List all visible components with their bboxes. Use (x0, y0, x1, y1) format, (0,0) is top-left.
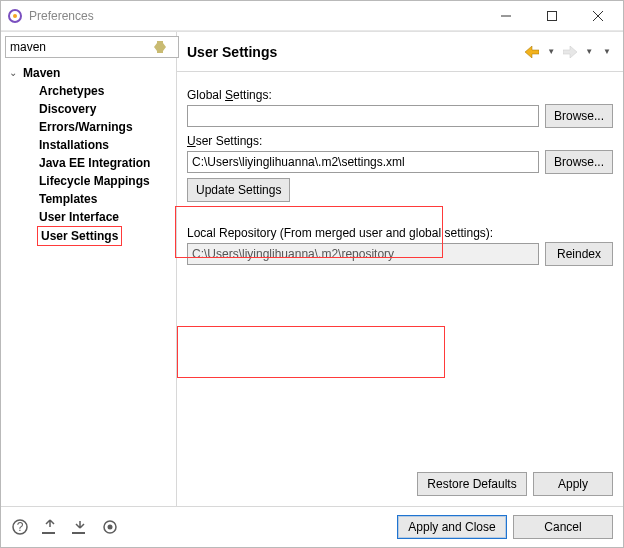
content-body: Global Settings: Browse... User Settings… (177, 72, 623, 462)
nav-pane: ⌄ Maven Archetypes Discovery Errors/Warn… (1, 32, 177, 506)
preference-tree[interactable]: ⌄ Maven Archetypes Discovery Errors/Warn… (1, 62, 176, 246)
user-settings-input[interactable] (187, 151, 539, 173)
tree-item-installations[interactable]: Installations (3, 136, 176, 154)
view-menu-icon[interactable]: ▼ (599, 47, 615, 56)
tree-item-maven[interactable]: ⌄ Maven (3, 64, 176, 82)
update-settings-button[interactable]: Update Settings (187, 178, 290, 202)
footer-buttons: Apply and Close Cancel (397, 515, 613, 539)
tree-item-user-interface[interactable]: User Interface (3, 208, 176, 226)
browse-user-button[interactable]: Browse... (545, 150, 613, 174)
tree-item-label: Archetypes (37, 82, 106, 100)
local-repo-input (187, 243, 539, 265)
tree-item-label: Templates (37, 190, 99, 208)
user-settings-label: User Settings: (187, 134, 613, 148)
dialog-footer: ? Apply and Close Cancel (1, 506, 623, 547)
svg-point-1 (13, 14, 17, 18)
nav-back-icon[interactable] (523, 46, 541, 58)
page-title: User Settings (187, 44, 523, 60)
tree-item-archetypes[interactable]: Archetypes (3, 82, 176, 100)
svg-point-6 (108, 525, 113, 530)
tree-item-label: Maven (21, 64, 62, 82)
browse-global-button[interactable]: Browse... (545, 104, 613, 128)
tree-item-discovery[interactable]: Discovery (3, 100, 176, 118)
import-prefs-icon[interactable] (41, 518, 59, 536)
tree-item-label: User Interface (37, 208, 121, 226)
maximize-button[interactable] (529, 1, 575, 31)
tree-item-label: Errors/Warnings (37, 118, 135, 136)
tree-item-label: Lifecycle Mappings (37, 172, 152, 190)
close-button[interactable] (575, 1, 621, 31)
filter-row (1, 32, 176, 62)
export-prefs-icon[interactable] (71, 518, 89, 536)
tree-item-label: Installations (37, 136, 111, 154)
clear-filter-icon[interactable] (152, 39, 168, 55)
local-repo-label: Local Repository (From merged user and g… (187, 226, 613, 240)
tree-item-errors-warnings[interactable]: Errors/Warnings (3, 118, 176, 136)
global-settings-label: Global Settings: (187, 88, 613, 102)
defaults-apply-row: Restore Defaults Apply (177, 462, 623, 506)
nav-back-menu-icon[interactable]: ▼ (543, 47, 559, 56)
apply-button[interactable]: Apply (533, 472, 613, 496)
tree-item-templates[interactable]: Templates (3, 190, 176, 208)
expand-caret-icon[interactable]: ⌄ (7, 64, 19, 82)
window-title: Preferences (29, 9, 483, 23)
preferences-window: Preferences (0, 0, 624, 548)
svg-rect-2 (548, 11, 557, 20)
tree-item-label: Java EE Integration (37, 154, 152, 172)
dialog-body: ⌄ Maven Archetypes Discovery Errors/Warn… (1, 31, 623, 506)
nav-forward-menu-icon[interactable]: ▼ (581, 47, 597, 56)
restore-defaults-button[interactable]: Restore Defaults (417, 472, 527, 496)
svg-text:?: ? (17, 520, 24, 534)
titlebar: Preferences (1, 1, 623, 31)
annotation-box (177, 326, 445, 378)
minimize-button[interactable] (483, 1, 529, 31)
footer-icons: ? (11, 518, 119, 536)
global-settings-input[interactable] (187, 105, 539, 127)
content-header: User Settings ▼ ▼ ▼ (177, 32, 623, 72)
tree-item-label: User Settings (37, 226, 122, 246)
tree-item-label: Discovery (37, 100, 98, 118)
tree-item-lifecycle-mappings[interactable]: Lifecycle Mappings (3, 172, 176, 190)
oomph-record-icon[interactable] (101, 518, 119, 536)
cancel-button[interactable]: Cancel (513, 515, 613, 539)
content-pane: User Settings ▼ ▼ ▼ Global Settings: (177, 32, 623, 506)
history-nav: ▼ ▼ ▼ (523, 46, 615, 58)
help-icon[interactable]: ? (11, 518, 29, 536)
nav-forward-icon[interactable] (561, 46, 579, 58)
apply-and-close-button[interactable]: Apply and Close (397, 515, 507, 539)
tree-item-java-ee-integration[interactable]: Java EE Integration (3, 154, 176, 172)
window-controls (483, 1, 621, 31)
app-icon (7, 8, 23, 24)
reindex-button[interactable]: Reindex (545, 242, 613, 266)
tree-item-user-settings[interactable]: User Settings (3, 226, 176, 246)
